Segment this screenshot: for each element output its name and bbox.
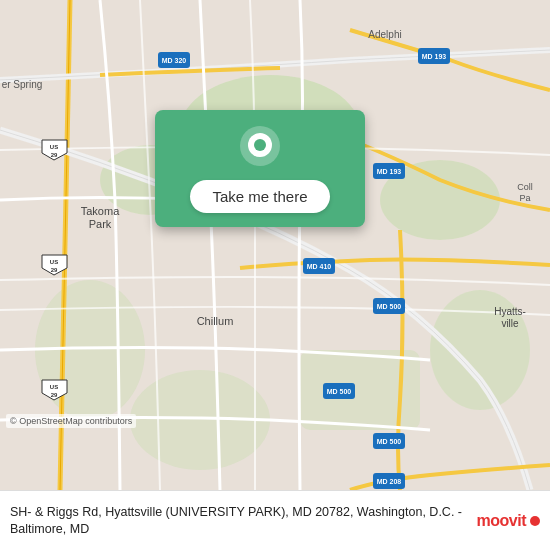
moovit-brand-text: moovit bbox=[477, 512, 526, 530]
svg-text:MD 193: MD 193 bbox=[422, 53, 447, 60]
svg-text:Chillum: Chillum bbox=[197, 315, 234, 327]
svg-text:Coll: Coll bbox=[517, 182, 533, 192]
map-container: MD 320 MD 193 MD 193 MD 410 MD 500 MD 50… bbox=[0, 0, 550, 490]
svg-text:US: US bbox=[50, 259, 58, 265]
svg-text:MD 193: MD 193 bbox=[377, 168, 402, 175]
moovit-logo: moovit bbox=[477, 512, 540, 530]
svg-text:Pa: Pa bbox=[519, 193, 530, 203]
svg-text:29: 29 bbox=[51, 152, 58, 158]
svg-text:MD 320: MD 320 bbox=[162, 57, 187, 64]
bottom-bar: SH- & Riggs Rd, Hyattsville (UNIVERSITY … bbox=[0, 490, 550, 550]
svg-text:Hyatts-: Hyatts- bbox=[494, 306, 526, 317]
take-me-there-button[interactable]: Take me there bbox=[190, 180, 329, 213]
svg-text:29: 29 bbox=[51, 267, 58, 273]
moovit-dot-icon bbox=[530, 516, 540, 526]
svg-text:US: US bbox=[50, 384, 58, 390]
address-text: SH- & Riggs Rd, Hyattsville (UNIVERSITY … bbox=[10, 504, 469, 538]
svg-text:ville: ville bbox=[501, 318, 519, 329]
svg-text:MD 500: MD 500 bbox=[377, 438, 402, 445]
svg-text:Adelphi: Adelphi bbox=[368, 29, 401, 40]
svg-text:Takoma: Takoma bbox=[81, 205, 120, 217]
svg-text:Park: Park bbox=[89, 218, 112, 230]
osm-credit: © OpenStreetMap contributors bbox=[6, 414, 136, 428]
svg-point-41 bbox=[254, 139, 266, 151]
svg-text:US: US bbox=[50, 144, 58, 150]
svg-text:29: 29 bbox=[51, 392, 58, 398]
svg-text:MD 208: MD 208 bbox=[377, 478, 402, 485]
svg-text:MD 410: MD 410 bbox=[307, 263, 332, 270]
pin-icon bbox=[238, 126, 282, 170]
svg-text:er Spring: er Spring bbox=[2, 79, 43, 90]
svg-text:MD 500: MD 500 bbox=[377, 303, 402, 310]
location-card: Take me there bbox=[155, 110, 365, 227]
svg-text:MD 500: MD 500 bbox=[327, 388, 352, 395]
